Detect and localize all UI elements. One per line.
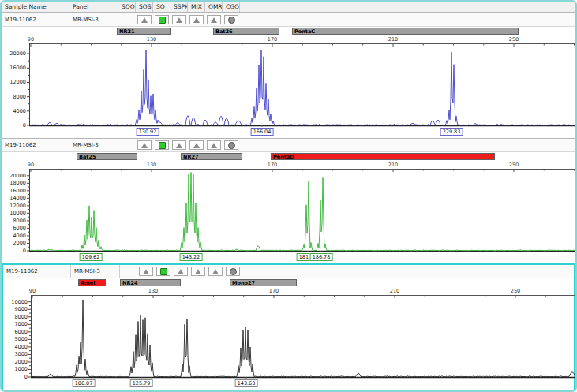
- warning-triangle-icon: [193, 17, 200, 23]
- svg-text:9000: 9000: [14, 306, 28, 312]
- flag-cell-omr: [205, 140, 223, 150]
- trace-line: [30, 173, 576, 252]
- peak-size-label[interactable]: 143.63: [235, 379, 258, 387]
- flag-cell-sspk: [170, 140, 188, 150]
- flag-box-sq[interactable]: [156, 267, 170, 276]
- peak-size-label[interactable]: 106.07: [73, 379, 96, 387]
- column-header-omr: OMR: [205, 2, 223, 12]
- flag-cell-sos: [136, 140, 153, 150]
- column-header-sq: SQ: [153, 2, 170, 12]
- quality-circle-icon: [228, 17, 235, 24]
- marker-bar-pentad[interactable]: PentaD: [271, 153, 495, 160]
- peak-size-label[interactable]: 130.92: [137, 128, 159, 136]
- flag-box-cgq[interactable]: [226, 267, 240, 276]
- sample-row[interactable]: M19-11062MR-MSI-3: [2, 13, 575, 27]
- marker-bar-nr24[interactable]: NR24: [120, 279, 181, 286]
- peak-size-label[interactable]: 109.62: [80, 253, 103, 261]
- flag-box-cgq[interactable]: [224, 15, 238, 24]
- marker-bar-nr21[interactable]: NR21: [117, 28, 171, 35]
- svg-text:14000: 14000: [9, 195, 26, 201]
- flag-box-omr[interactable]: [207, 140, 221, 150]
- flag-cell-sos: [136, 15, 153, 24]
- flag-box-sos[interactable]: [137, 15, 152, 24]
- electropherogram-panel: M19-11062MR-MSI-3Bat25NR27PentaD90130170…: [2, 138, 575, 263]
- svg-text:4000: 4000: [14, 344, 28, 350]
- svg-text:20000: 20000: [9, 173, 26, 179]
- marker-bar-pentac[interactable]: PentaC: [292, 28, 519, 35]
- flag-box-omr[interactable]: [207, 15, 221, 24]
- trace-line: [32, 300, 577, 377]
- flag-cell-sq: [155, 267, 172, 276]
- panel-name-cell: MR-MSI-3: [69, 139, 118, 151]
- svg-text:16000: 16000: [9, 65, 26, 71]
- warning-triangle-icon: [193, 143, 200, 148]
- electropherogram-plot[interactable]: 0200040006000800010000120001400016000180…: [2, 169, 575, 252]
- electropherogram-plot[interactable]: 0100020003000400050006000700080009000100…: [3, 295, 574, 379]
- flag-box-sspk[interactable]: [174, 267, 188, 276]
- quality-circle-icon: [230, 268, 237, 275]
- marker-bar-amel[interactable]: Amel: [78, 279, 106, 286]
- column-header-mix: MIX: [188, 2, 205, 12]
- flag-box-mix[interactable]: [189, 140, 204, 150]
- panel-name-cell: MR-MSI-3: [71, 265, 120, 278]
- peak-size-label[interactable]: 229.83: [440, 128, 463, 136]
- pass-square-icon: [159, 17, 166, 24]
- svg-text:3000: 3000: [14, 351, 28, 357]
- x-axis-tick-label: 210: [390, 288, 399, 294]
- fragment-analysis-window: Sample Name Panel SQO SOS SQ SSPK MIX OM…: [0, 0, 577, 392]
- x-axis-tick-labels: 90130170210250: [2, 36, 575, 43]
- x-axis-tick-label: 250: [509, 162, 519, 168]
- column-header-panel: Panel: [69, 2, 118, 12]
- electropherogram-panels: M19-11062MR-MSI-3NR21Bat26PentaC90130170…: [2, 13, 575, 391]
- svg-text:4000: 4000: [13, 108, 26, 114]
- flag-box-sq[interactable]: [155, 15, 169, 24]
- flag-box-sos[interactable]: [137, 140, 152, 150]
- pass-square-icon: [160, 268, 167, 275]
- marker-lane: NR21Bat26PentaC: [2, 27, 575, 36]
- column-header-spacer: [240, 2, 575, 12]
- x-axis-tick-label: 90: [28, 36, 34, 43]
- marker-bar-mono27[interactable]: Mono27: [230, 279, 297, 286]
- x-axis-tick-label: 130: [147, 162, 156, 168]
- svg-text:18000: 18000: [9, 180, 26, 186]
- sample-row[interactable]: M19-11062MR-MSI-3: [3, 265, 574, 278]
- flag-cell-mix: [188, 15, 205, 24]
- x-axis-tick-labels: 90130170210250: [2, 162, 575, 169]
- flag-box-mix[interactable]: [191, 267, 205, 276]
- sample-name-cell: M19-11062: [3, 265, 71, 278]
- peak-size-label[interactable]: 143.22: [180, 253, 203, 261]
- peak-size-label[interactable]: 186.78: [310, 253, 333, 261]
- x-axis-tick-label: 170: [268, 36, 277, 43]
- flag-box-mix[interactable]: [189, 15, 204, 24]
- flag-box-sspk[interactable]: [172, 15, 186, 24]
- x-axis-tick-labels: 90130170210250: [3, 288, 574, 295]
- flag-box-sos[interactable]: [139, 267, 153, 276]
- svg-text:5000: 5000: [14, 336, 28, 342]
- flag-box-sspk[interactable]: [172, 140, 186, 150]
- sample-name-cell: M19-11062: [2, 139, 69, 151]
- svg-text:8000: 8000: [13, 218, 26, 224]
- marker-bar-bat25[interactable]: Bat25: [77, 153, 137, 160]
- results-table-header: Sample Name Panel SQO SOS SQ SSPK MIX OM…: [2, 2, 575, 13]
- flag-box-sq[interactable]: [155, 140, 169, 150]
- flag-box-omr[interactable]: [208, 267, 223, 276]
- warning-triangle-icon: [212, 269, 219, 274]
- x-axis-tick-label: 90: [28, 162, 34, 168]
- marker-bar-bat26[interactable]: Bat26: [213, 28, 279, 35]
- x-axis-tick-label: 250: [509, 36, 519, 43]
- svg-text:1000: 1000: [14, 366, 28, 372]
- electropherogram-plot[interactable]: 040008000120001600020000: [2, 43, 575, 127]
- flag-cell-sq: [153, 15, 170, 24]
- svg-text:20000: 20000: [9, 50, 26, 57]
- sample-row[interactable]: M19-11062MR-MSI-3: [2, 139, 575, 152]
- x-axis-tick-label: 210: [388, 162, 398, 168]
- column-header-sspk: SSPK: [170, 2, 188, 12]
- peak-size-label[interactable]: 166.04: [251, 128, 274, 136]
- warning-triangle-icon: [176, 143, 182, 148]
- peak-size-label[interactable]: 125.79: [130, 379, 153, 387]
- warning-triangle-icon: [143, 269, 149, 274]
- flag-box-cgq[interactable]: [224, 140, 238, 150]
- marker-bar-nr27[interactable]: NR27: [181, 153, 242, 160]
- x-axis-tick-label: 130: [148, 288, 158, 294]
- flag-cell-cgq: [224, 267, 242, 276]
